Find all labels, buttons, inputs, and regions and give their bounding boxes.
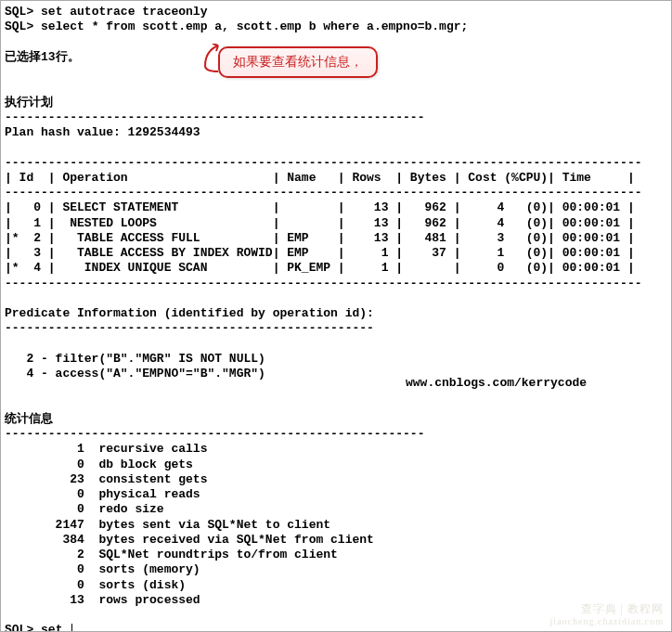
plan-row: |* 2 | TABLE ACCESS FULL | EMP | 13 | 48…	[5, 231, 667, 246]
annotation-bubble: 如果要查看统计信息，	[218, 46, 378, 78]
plan-row: | 3 | TABLE ACCESS BY INDEX ROWID| EMP |…	[5, 246, 667, 261]
annotation-callout: 如果要查看统计信息，	[201, 44, 378, 81]
stats-row: 0 sorts (disk)	[5, 578, 667, 593]
stats-row: 23 consistent gets	[5, 472, 667, 487]
stats-row: 0 redo size	[5, 502, 667, 517]
blog-url: www.cnblogs.com/kerrycode	[406, 376, 587, 391]
stats-row: 384 bytes received via SQL*Net from clie…	[5, 533, 667, 548]
plan-title: 执行计划	[5, 96, 667, 110]
plan-row: |* 4 | INDEX UNIQUE SCAN | PK_EMP | 1 | …	[5, 261, 667, 276]
stats-row: 1 recursive calls	[5, 442, 667, 457]
cursor-icon	[71, 624, 72, 632]
hr: ----------------------------------------…	[5, 277, 667, 291]
hr: ----------------------------------------…	[5, 427, 667, 442]
hr: ----------------------------------------…	[5, 321, 667, 336]
plan-row: | 0 | SELECT STATEMENT | | 13 | 962 | 4 …	[5, 200, 667, 215]
stats-title: 统计信息	[5, 412, 667, 427]
stats-row: 0 db block gets	[5, 458, 667, 472]
plan-header: | Id | Operation | Name | Rows | Bytes |…	[5, 171, 667, 186]
stats-row: 2147 bytes sent via SQL*Net to client	[5, 518, 667, 533]
plan-hash: Plan hash value: 1292534493	[5, 125, 667, 140]
sql-line-2: SQL> select * from scott.emp a, scott.em…	[5, 19, 667, 34]
annotation-text: 如果要查看统计信息，	[233, 54, 363, 69]
hr: ----------------------------------------…	[5, 156, 667, 171]
site-watermark: 查字典 | 教程网 jiaocheng.chazidian.com	[550, 602, 664, 628]
stats-row: 2 SQL*Net roundtrips to/from client	[5, 548, 667, 562]
hr: ----------------------------------------…	[5, 186, 667, 200]
hr: ----------------------------------------…	[5, 110, 667, 125]
stats-row: 0 physical reads	[5, 487, 667, 502]
plan-row: | 1 | NESTED LOOPS | | 13 | 962 | 4 (0)|…	[5, 216, 667, 231]
predicate-title: Predicate Information (identified by ope…	[5, 306, 667, 321]
stats-row: 0 sorts (memory)	[5, 562, 667, 577]
predicate-line: 2 - filter("B"."MGR" IS NOT NULL)	[5, 352, 667, 367]
sql-line-1: SQL> set autotrace traceonly	[5, 5, 667, 19]
